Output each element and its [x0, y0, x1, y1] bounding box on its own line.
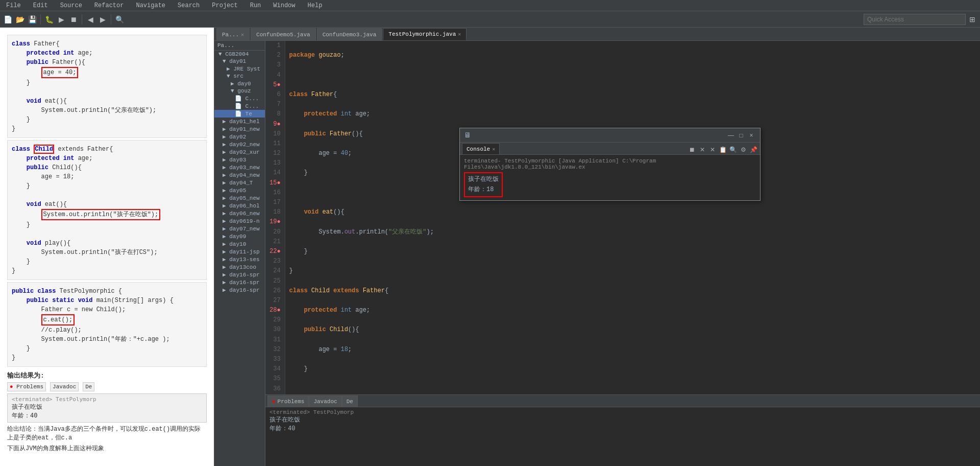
pe-item-day06hol[interactable]: ▶ day06_hol	[214, 202, 265, 209]
menu-navigate[interactable]: Navigate	[134, 1, 167, 10]
ln-36: 36	[270, 384, 281, 394]
quick-access-input[interactable]	[864, 14, 966, 25]
ln-14: 14	[270, 168, 281, 178]
code-line-10: System.out.println("父亲在吃饭");	[289, 227, 976, 237]
pe-item-day11jsp[interactable]: ▶ day11-jsp	[214, 248, 265, 255]
popup-restore-btn[interactable]: □	[737, 131, 746, 140]
main-class-code: public class TestPolymorphic { public st…	[7, 282, 207, 367]
pe-item-day09[interactable]: ▶ day09	[214, 232, 265, 240]
menu-help[interactable]: Help	[306, 1, 325, 10]
pe-item-c2[interactable]: 📄 C...	[214, 102, 265, 110]
open-button[interactable]: 📂	[14, 14, 26, 25]
ln-4: 4	[270, 71, 281, 80]
console-icon-6[interactable]: ⚙	[739, 145, 748, 154]
pe-item-day06new[interactable]: ▶ day06_new	[214, 209, 265, 217]
run-button[interactable]: ▶	[56, 14, 67, 25]
pe-item-src[interactable]: ▼ src	[214, 73, 265, 80]
pe-item-day02xur[interactable]: ▶ day02_xur	[214, 148, 265, 156]
pe-item-day13coo[interactable]: ▶ day13coo	[214, 263, 265, 271]
pe-item-te[interactable]: 📄 Te	[214, 110, 265, 118]
popup-minimize-btn[interactable]: —	[726, 131, 736, 140]
pe-item-day05new[interactable]: ▶ day05_new	[214, 194, 265, 202]
bottom-tab-problems[interactable]: ● Problems	[267, 395, 309, 407]
menu-source[interactable]: Source	[58, 1, 84, 10]
pe-item-cgb2004[interactable]: ▼ CGB2004	[214, 51, 265, 58]
code-line-15: public Child(){	[289, 325, 976, 335]
toolbar-sep-3	[111, 14, 111, 25]
new-button[interactable]: 📄	[2, 14, 13, 25]
ln-2: 2	[270, 51, 281, 60]
tab-tp-label: TestPolymorphic.java	[388, 31, 456, 37]
de-tab[interactable]: De	[83, 382, 94, 391]
output-label: 输出结果为:	[7, 371, 207, 380]
pe-item-day04new[interactable]: ▶ day04_new	[214, 171, 265, 179]
pe-item-gouz[interactable]: ▼ gouz	[214, 87, 265, 95]
bottom-tab-javadoc[interactable]: Javadoc	[309, 395, 341, 407]
tab-confundemo3[interactable]: ConfunDemo3.java	[317, 28, 382, 40]
tab-confundemo5[interactable]: ConfunDemo5.java	[251, 28, 316, 40]
pe-item-day04t[interactable]: ▶ day04_T	[214, 179, 265, 187]
perspective-button[interactable]: ⊞	[967, 14, 978, 25]
console-popup-tabs: Console ✕ ⏹ ✕ ✕ 📋 🔍 ⚙ 📌	[460, 143, 760, 155]
pe-item-day02[interactable]: ▶ day02	[214, 133, 265, 141]
console-icon-4[interactable]: 📋	[718, 145, 727, 154]
stop-button[interactable]: ⏹	[68, 14, 79, 25]
pe-item-day01new[interactable]: ▶ day01_new	[214, 125, 265, 133]
tab-package-explorer[interactable]: Pa... ✕	[216, 28, 250, 40]
javadoc-tab[interactable]: Javadoc	[50, 382, 79, 391]
menu-edit[interactable]: Edit	[31, 1, 50, 10]
pe-item-day01[interactable]: ▼ day01	[214, 58, 265, 65]
ln-23: 23	[270, 257, 281, 266]
save-button[interactable]: 💾	[27, 14, 38, 25]
console-icon-1[interactable]: ⏹	[688, 145, 697, 154]
bottom-tab-de[interactable]: De	[342, 395, 358, 407]
pe-item-day03[interactable]: ▶ day03	[214, 156, 265, 164]
pe-item-day03new[interactable]: ▶ day03_new	[214, 164, 265, 171]
pe-item-day13ses[interactable]: ▶ day13-ses	[214, 255, 265, 263]
menu-window[interactable]: Window	[271, 1, 297, 10]
menu-refactor[interactable]: Refactor	[92, 1, 126, 10]
pe-item-jre[interactable]: ▶ JRE Syst	[214, 65, 265, 73]
pe-item-day10[interactable]: ▶ day10	[214, 240, 265, 248]
pe-item-day16spr1[interactable]: ▶ day16-spr	[214, 271, 265, 278]
pe-item-day0[interactable]: ▶ day0	[214, 80, 265, 87]
code-content[interactable]: 1 2 3 4 5● 6 7 8 9● 10 11 12 13 14	[265, 41, 980, 394]
code-text[interactable]: package gouzao; class Father{ protected …	[285, 41, 980, 394]
console-popup-tab-label: Console	[467, 146, 490, 152]
debug-button[interactable]: 🐛	[43, 14, 55, 25]
console-icon-7[interactable]: 📌	[749, 145, 758, 154]
menu-search[interactable]: Search	[176, 1, 202, 10]
menu-run[interactable]: Run	[248, 1, 263, 10]
console-icon-3[interactable]: ✕	[708, 145, 717, 154]
toolbar-sep-1	[40, 14, 41, 25]
forward-button[interactable]: ▶	[97, 14, 108, 25]
menu-project[interactable]: Project	[210, 1, 239, 10]
ln-27: 27	[270, 296, 281, 306]
pe-item-day16spr2[interactable]: ▶ day16-spr	[214, 278, 265, 286]
pe-item-day16spr3[interactable]: ▶ day16-spr	[214, 286, 265, 294]
pe-item-day02new[interactable]: ▶ day02_new	[214, 141, 265, 148]
console-icon-2[interactable]: ✕	[698, 145, 707, 154]
back-button[interactable]: ◀	[85, 14, 96, 25]
search-button[interactable]: 🔍	[114, 14, 125, 25]
console-icon-5[interactable]: 🔍	[728, 145, 738, 154]
code-line-17: }	[289, 364, 976, 374]
pe-title: Pa...	[217, 42, 234, 49]
btab-javadoc-label: Javadoc	[313, 399, 337, 405]
console-popup-titlebar: 🖥 — □ ×	[460, 128, 760, 143]
tab-testpolymorphic[interactable]: TestPolymorphic.java ✕	[383, 28, 467, 40]
tab-pa-close[interactable]: ✕	[241, 32, 244, 38]
pe-item-c1[interactable]: 📄 C...	[214, 95, 265, 102]
ln-7: 7	[270, 100, 281, 109]
pe-item-day07new[interactable]: ▶ day07_new	[214, 225, 265, 232]
pe-item-day05[interactable]: ▶ day05	[214, 187, 265, 194]
console-popup-tab-close[interactable]: ✕	[492, 146, 495, 152]
pe-item-day0619[interactable]: ▶ day0619-n	[214, 217, 265, 225]
menu-file[interactable]: File	[4, 1, 23, 10]
popup-close-btn[interactable]: ×	[747, 131, 756, 140]
code-line-12: }	[289, 266, 976, 276]
pe-item-day01hel[interactable]: ▶ day01_hel	[214, 118, 265, 125]
tab-tp-close[interactable]: ✕	[458, 31, 461, 37]
console-popup-tab-console[interactable]: Console ✕	[462, 143, 500, 154]
problems-tab[interactable]: ● Problems	[7, 382, 46, 391]
